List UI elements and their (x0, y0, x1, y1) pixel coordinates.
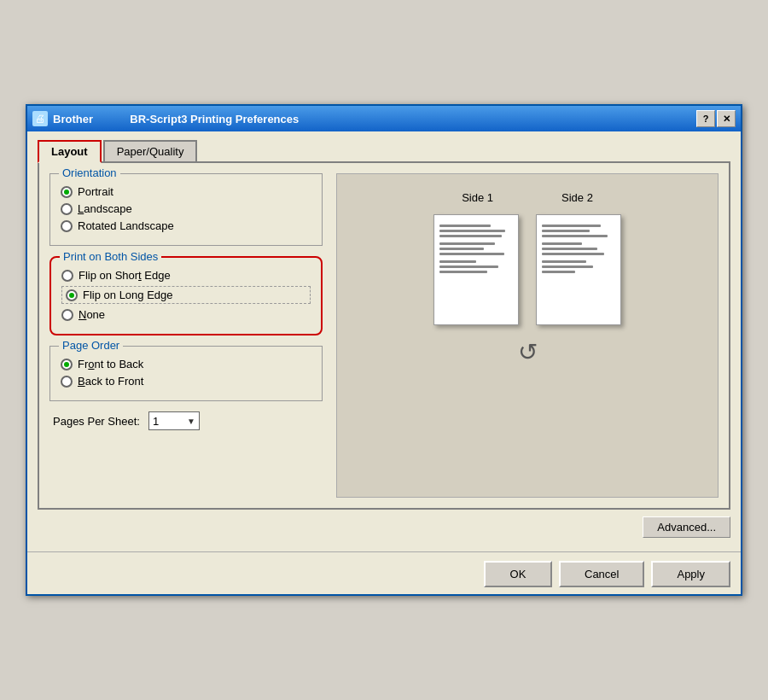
tabs-row: Layout Paper/Quality (38, 138, 730, 161)
main-layout: Orientation Portrait Landscape Rotated L… (49, 173, 719, 498)
radio-none[interactable] (61, 309, 73, 321)
page-preview-2 (536, 214, 621, 325)
printer-icon: 🖨 (32, 111, 48, 126)
radio-flip-short[interactable] (61, 270, 73, 282)
page-content-side1 (439, 225, 513, 273)
portrait-label: Portrait (78, 185, 113, 198)
page-line (439, 242, 495, 245)
left-panel: Orientation Portrait Landscape Rotated L… (49, 173, 323, 498)
radio-back-to-front[interactable] (61, 376, 73, 388)
front-to-back-row[interactable]: Front to Back (61, 358, 311, 370)
page-line (439, 260, 476, 263)
close-button[interactable]: ✕ (717, 110, 736, 127)
preview-pages (433, 214, 621, 325)
page-order-label: Page Order (59, 339, 123, 352)
flip-long-label: Flip on Long Edge (83, 289, 173, 301)
pages-per-sheet-value: 1 (153, 415, 159, 428)
radio-flip-long[interactable] (66, 289, 78, 301)
page-line (542, 271, 575, 273)
tab-content-layout: Orientation Portrait Landscape Rotated L… (38, 161, 730, 510)
front-to-back-label: Front to Back (78, 358, 143, 370)
flip-short-edge-row[interactable]: Flip on Short Edge (61, 269, 311, 282)
orientation-landscape[interactable]: Landscape (61, 202, 311, 215)
flip-short-label: Flip on Short Edge (79, 269, 171, 282)
advanced-button[interactable]: Advanced... (643, 516, 730, 538)
flip-long-edge-row[interactable]: Flip on Long Edge (61, 286, 311, 304)
page-line (542, 242, 582, 245)
chevron-down-icon: ▼ (187, 417, 195, 426)
dialog-window: 🖨 Brother BR-Script3 Printing Preference… (26, 104, 742, 596)
page-line (542, 253, 604, 255)
page-line (542, 248, 597, 250)
radio-portrait[interactable] (61, 186, 73, 198)
preview-area: Side 1 Side 2 (336, 173, 719, 498)
page-line (439, 230, 505, 232)
page-line (542, 265, 593, 268)
radio-front-to-back[interactable] (61, 359, 73, 370)
page-line (542, 225, 601, 227)
help-button[interactable]: ? (696, 110, 715, 127)
back-to-front-label: Back to Front (78, 375, 143, 388)
page-preview-1 (433, 214, 519, 325)
preview-labels: Side 1 Side 2 (462, 191, 593, 204)
page-line (439, 271, 487, 273)
orientation-rotated-landscape[interactable]: Rotated Landscape (61, 219, 311, 232)
page-order-group: Page Order Front to Back Back to Front (49, 346, 323, 401)
orientation-label: Orientation (59, 166, 120, 179)
apply-button[interactable]: Apply (651, 561, 730, 587)
page-line (542, 230, 590, 232)
rotated-landscape-label: Rotated Landscape (78, 219, 174, 232)
dialog-body: Layout Paper/Quality Orientation Portrai… (27, 131, 741, 551)
tab-paper-quality[interactable]: Paper/Quality (103, 140, 198, 163)
right-panel: Side 1 Side 2 (336, 173, 719, 498)
landscape-label: Landscape (78, 202, 132, 215)
page-content-side2 (542, 225, 615, 273)
pages-per-sheet-select[interactable]: 1 ▼ (148, 411, 200, 430)
back-to-front-row[interactable]: Back to Front (61, 375, 311, 388)
page-line (439, 248, 484, 250)
cancel-button[interactable]: Cancel (559, 561, 644, 587)
print-both-sides-group: Print on Both Sides Flip on Short Edge F… (49, 256, 323, 335)
page-line (439, 265, 498, 268)
dialog-buttons: OK Cancel Apply (484, 561, 730, 587)
window-title: Brother BR-Script3 Printing Preferences (53, 113, 299, 125)
flip-arrow-icon: ↺ (518, 338, 538, 366)
side1-label: Side 1 (462, 191, 493, 204)
title-bar: 🖨 Brother BR-Script3 Printing Preference… (27, 106, 741, 131)
ok-button[interactable]: OK (484, 561, 552, 587)
bottom-bar: OK Cancel Apply (27, 551, 741, 594)
none-label: None (79, 308, 105, 321)
none-row[interactable]: None (61, 308, 311, 321)
pages-per-sheet-row: Pages Per Sheet: 1 ▼ (49, 411, 323, 430)
page-line (439, 253, 504, 255)
radio-rotated-landscape[interactable] (61, 220, 73, 232)
pages-per-sheet-label: Pages Per Sheet: (53, 415, 140, 428)
page-line (542, 260, 586, 263)
page-line (542, 235, 608, 237)
orientation-portrait[interactable]: Portrait (61, 185, 311, 198)
page-line (439, 235, 502, 237)
title-bar-left: 🖨 Brother BR-Script3 Printing Preference… (32, 111, 299, 126)
title-buttons: ? ✕ (696, 110, 736, 127)
radio-landscape[interactable] (61, 203, 73, 215)
page-line (439, 225, 491, 227)
tab-layout[interactable]: Layout (38, 140, 102, 163)
orientation-group: Orientation Portrait Landscape Rotated L… (49, 173, 323, 246)
print-both-sides-label: Print on Both Sides (60, 250, 161, 263)
side2-label: Side 2 (561, 191, 593, 204)
